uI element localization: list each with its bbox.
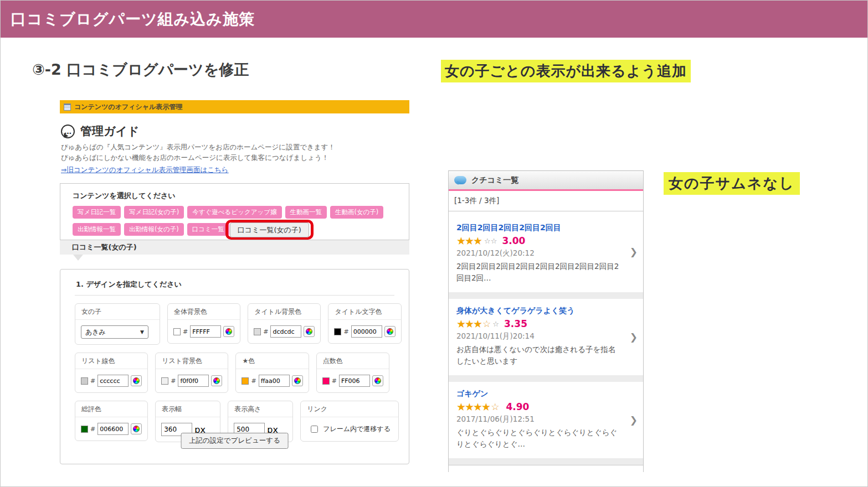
review-title-link[interactable]: 2回目2回目2回目2回目2回目: [456, 223, 635, 233]
divider: [75, 295, 394, 296]
selector-row-1: 写メ日記一覧 写メ日記(女の子) 今すぐ遊べるピックアップ嬢 生動画一覧 生動画…: [73, 206, 409, 219]
chevron-right-icon[interactable]: ❯: [630, 415, 638, 426]
content-select-prompt: コンテンツを選択してください: [73, 191, 409, 201]
admin-panel-screenshot: コンテンツのオフィシャル表示管理 … 管理ガイド ぴゅあらばの『人気コンテンツ』…: [60, 100, 409, 465]
color-picker-button[interactable]: [223, 326, 234, 337]
frame-transition-checkbox[interactable]: [311, 426, 318, 433]
hash-sign: #: [90, 426, 95, 433]
outline-stars-icon: ☆: [492, 320, 499, 328]
button-live-video-girl[interactable]: 生動画(女の子): [330, 206, 383, 219]
field-star-color: ★色 #: [235, 353, 309, 393]
color-picker-button[interactable]: [131, 423, 142, 434]
slide-header: 口コミブログパーツ組み込み施策: [1, 1, 867, 38]
outline-stars-icon: ☆☆: [484, 237, 497, 245]
color-picker-button[interactable]: [131, 375, 142, 386]
chevron-right-icon[interactable]: ❯: [630, 331, 638, 343]
color-swatch: [173, 328, 181, 335]
field-list-border-color: リスト線色 #: [75, 353, 148, 393]
filled-stars-icon: ★★★★: [456, 402, 490, 412]
review-title-link[interactable]: ゴキゲン: [456, 389, 635, 399]
more-link-row: もっと見る: [449, 465, 643, 472]
field-label: リスト背景色: [156, 353, 228, 369]
overall-rating-hex-input[interactable]: [97, 423, 129, 435]
widget-header: クチコミ一覧: [449, 171, 643, 189]
outline-star-icon: ☆: [491, 402, 499, 412]
button-photo-diary-girl[interactable]: 写メ日記(女の子): [124, 206, 184, 219]
field-label: リンク: [301, 401, 398, 417]
field-label: 全体背景色: [168, 304, 240, 320]
color-swatch: [334, 328, 341, 335]
annotation-add-feature: 女の子ごとの表示が出来るよう追加: [441, 60, 691, 82]
star-color-hex-input[interactable]: [259, 375, 290, 387]
button-live-video-list[interactable]: 生動画一覧: [285, 206, 327, 219]
button-shift-info-girl[interactable]: 出勤情報(女の子): [124, 223, 184, 236]
field-list-bg-color: リスト背景色 #: [155, 353, 228, 393]
design-row-1: 女の子 あきみ ▼ 全体背景色 #: [75, 303, 409, 345]
field-overall-rating-color: 総評色 #: [75, 401, 148, 441]
color-swatch: [161, 377, 168, 385]
button-pickup-girls[interactable]: 今すぐ遊べるピックアップ嬢: [187, 206, 281, 219]
field-title-bg-color: タイトル背景色 #: [248, 303, 321, 344]
color-picker-button[interactable]: [211, 375, 222, 386]
star-rating: ★★★ ☆☆ 3.00: [456, 236, 635, 246]
color-wheel-icon: [387, 328, 393, 335]
review-date: 2021/10/12(火)20:12: [456, 248, 635, 258]
pointer-triangle: [73, 255, 83, 261]
review-item[interactable]: ゴキゲン ★★★★ ☆ 4.90 2017/11/06(月)12:51 ぐりとぐ…: [449, 382, 643, 458]
guide-title: 管理ガイド: [80, 123, 139, 139]
review-title-link[interactable]: 身体が大きくてゲラゲラよく笑う: [456, 306, 635, 316]
storefront-icon: [64, 103, 71, 111]
girl-select[interactable]: あきみ ▼: [81, 325, 148, 339]
color-wheel-icon: [213, 377, 220, 384]
hash-sign: #: [251, 377, 256, 385]
field-score-color: 点数色 #: [316, 353, 389, 393]
color-wheel-icon: [225, 328, 232, 335]
color-swatch: [242, 377, 249, 385]
red-highlight-frame: 口コミ一覧(女の子): [225, 220, 314, 240]
chevron-down-icon: ▼: [140, 329, 144, 335]
color-swatch: [322, 377, 330, 385]
slide-header-title: 口コミブログパーツ組み込み施策: [11, 9, 255, 30]
selector-row-2: 出勤情報一覧 出勤情報(女の子) 口コミ一覧 口コミ一覧(女の子): [73, 223, 409, 236]
review-item[interactable]: 2回目2回目2回目2回目2回目 ★★★ ☆☆ 3.00 2021/10/12(火…: [449, 211, 643, 292]
chevron-right-icon[interactable]: ❯: [630, 246, 638, 257]
color-picker-button[interactable]: [292, 375, 303, 386]
field-link-option: リンク フレーム内で遷移する: [300, 401, 399, 442]
button-photo-diary-list[interactable]: 写メ日記一覧: [73, 206, 121, 219]
color-wheel-icon: [306, 328, 312, 335]
field-label: リスト線色: [75, 353, 147, 369]
design-section-title: 1. デザインを指定してください: [76, 279, 409, 289]
color-swatch: [81, 377, 88, 385]
title-bg-hex-input[interactable]: [270, 325, 301, 338]
button-review-list-girl[interactable]: 口コミ一覧(女の子): [230, 222, 309, 237]
list-border-hex-input[interactable]: [97, 375, 129, 387]
review-date: 2021/10/11(月)20:14: [456, 331, 635, 341]
color-wheel-icon: [133, 377, 140, 384]
color-picker-button[interactable]: [304, 326, 315, 337]
field-label: 点数色: [317, 353, 389, 369]
field-label: タイトル文字色: [328, 304, 400, 320]
review-item[interactable]: 身体が大きくてゲラゲラよく笑う ★★★ ☆ ☆ 3.35 2021/10/11(…: [449, 299, 643, 375]
color-picker-button[interactable]: [372, 375, 383, 386]
color-picker-button[interactable]: [384, 326, 396, 337]
field-girl-label: 女の子: [75, 304, 160, 320]
list-bg-hex-input[interactable]: [178, 375, 209, 387]
button-shift-info-list[interactable]: 出勤情報一覧: [73, 223, 121, 236]
score-color-hex-input[interactable]: [339, 375, 370, 387]
girl-select-value: あきみ: [85, 328, 106, 337]
button-review-list[interactable]: 口コミ一覧: [187, 223, 229, 236]
field-title-text-color: タイトル文字色 #: [328, 303, 401, 344]
design-row-2: リスト線色 # リスト背景色 #: [75, 353, 409, 393]
review-count: [1-3件 / 3件]: [449, 191, 643, 211]
hash-sign: #: [332, 377, 337, 385]
field-label: 表示高さ: [228, 401, 292, 417]
color-wheel-icon: [133, 426, 140, 432]
field-label: 表示幅: [156, 401, 220, 417]
color-swatch: [81, 426, 88, 433]
overall-bg-hex-input[interactable]: [190, 325, 221, 338]
section-title: ③-2 口コミブログパーツを修正: [32, 60, 249, 80]
old-admin-page-link[interactable]: ⇒旧コンテンツのオフィシャル表示管理画面はこちら: [61, 165, 229, 175]
preview-button[interactable]: 上記の設定でプレビューする: [181, 433, 289, 449]
hash-sign: #: [171, 377, 176, 385]
title-text-hex-input[interactable]: [351, 325, 382, 338]
